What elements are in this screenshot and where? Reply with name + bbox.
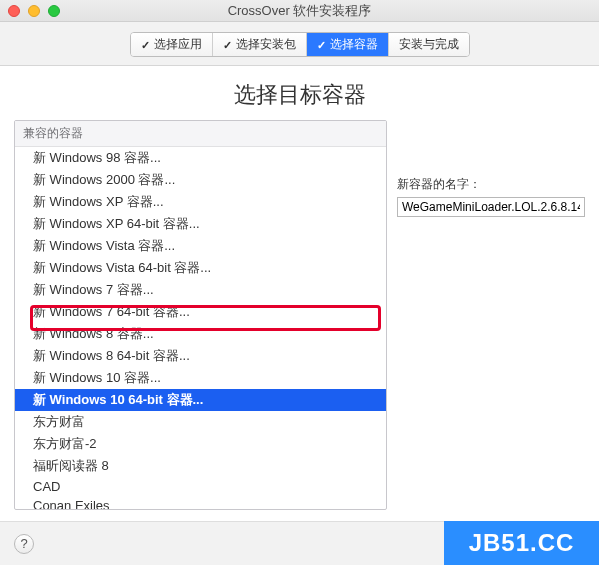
wizard-steps: 选择应用选择安装包选择容器安装与完成 xyxy=(130,32,470,57)
list-item[interactable]: 新 Windows Vista 64-bit 容器... xyxy=(15,257,386,279)
wizard-step-label: 选择安装包 xyxy=(236,36,296,53)
list-item[interactable]: 新 Windows XP 容器... xyxy=(15,191,386,213)
name-field-label: 新容器的名字： xyxy=(397,176,585,193)
list-item[interactable]: 新 Windows 8 容器... xyxy=(15,323,386,345)
wizard-toolbar: 选择应用选择安装包选择容器安装与完成 xyxy=(0,22,599,66)
list-item[interactable]: 新 Windows 10 64-bit 容器... xyxy=(15,389,386,411)
list-item[interactable]: 新 Windows XP 64-bit 容器... xyxy=(15,213,386,235)
window-title: CrossOver 软件安装程序 xyxy=(0,2,599,20)
list-item[interactable]: 新 Windows 7 64-bit 容器... xyxy=(15,301,386,323)
wizard-step-label: 选择容器 xyxy=(330,36,378,53)
wizard-step-3[interactable]: 安装与完成 xyxy=(389,33,469,56)
check-icon xyxy=(317,38,326,52)
group-header: 兼容的容器 xyxy=(15,121,386,147)
list-item[interactable]: 新 Windows 98 容器... xyxy=(15,147,386,169)
list-item[interactable]: 福昕阅读器 8 xyxy=(15,455,386,477)
titlebar: CrossOver 软件安装程序 xyxy=(0,0,599,22)
list-item[interactable]: 东方财富 xyxy=(15,411,386,433)
wizard-step-label: 安装与完成 xyxy=(399,36,459,53)
container-list[interactable]: 新 Windows 98 容器...新 Windows 2000 容器...新 … xyxy=(15,147,386,510)
wizard-step-0[interactable]: 选择应用 xyxy=(131,33,213,56)
wizard-step-2[interactable]: 选择容器 xyxy=(307,33,389,56)
list-item[interactable]: 新 Windows 7 容器... xyxy=(15,279,386,301)
wizard-step-1[interactable]: 选择安装包 xyxy=(213,33,307,56)
list-item[interactable]: 新 Windows Vista 容器... xyxy=(15,235,386,257)
wizard-step-label: 选择应用 xyxy=(154,36,202,53)
watermark-badge: JB51.CC xyxy=(444,521,599,565)
check-icon xyxy=(223,38,232,52)
list-item[interactable]: 新 Windows 2000 容器... xyxy=(15,169,386,191)
check-icon xyxy=(141,38,150,52)
list-item[interactable]: Conan Exiles xyxy=(15,496,386,510)
list-item[interactable]: 新 Windows 8 64-bit 容器... xyxy=(15,345,386,367)
help-button[interactable]: ? xyxy=(14,534,34,554)
container-name-input[interactable] xyxy=(397,197,585,217)
list-item[interactable]: 新 Windows 10 容器... xyxy=(15,367,386,389)
page-heading: 选择目标容器 xyxy=(0,66,599,120)
list-item[interactable]: CAD xyxy=(15,477,386,496)
container-groupbox: 兼容的容器 新 Windows 98 容器...新 Windows 2000 容… xyxy=(14,120,387,510)
list-item[interactable]: 东方财富-2 xyxy=(15,433,386,455)
